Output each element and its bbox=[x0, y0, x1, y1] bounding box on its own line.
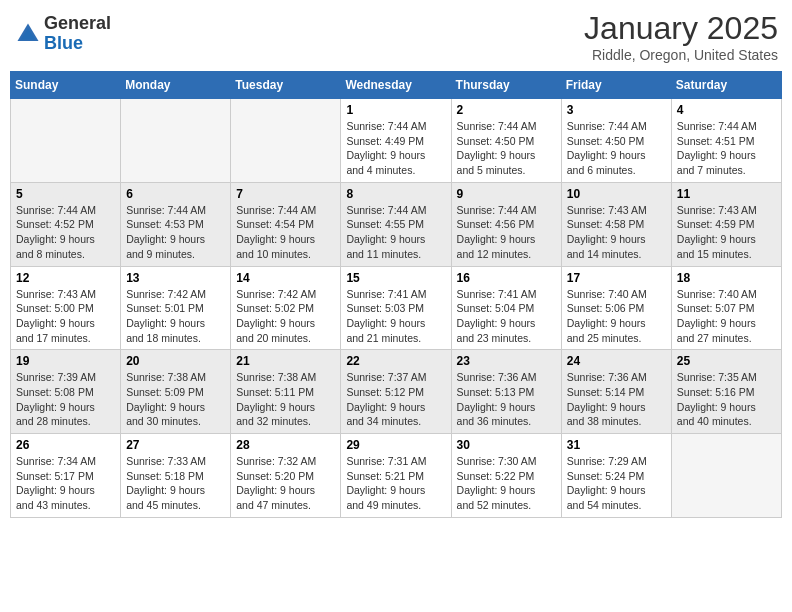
day-info: Sunrise: 7:37 AM Sunset: 5:12 PM Dayligh… bbox=[346, 370, 445, 429]
day-number: 2 bbox=[457, 103, 556, 117]
calendar-cell: 10Sunrise: 7:43 AM Sunset: 4:58 PM Dayli… bbox=[561, 182, 671, 266]
calendar-cell: 28Sunrise: 7:32 AM Sunset: 5:20 PM Dayli… bbox=[231, 434, 341, 518]
calendar-cell: 20Sunrise: 7:38 AM Sunset: 5:09 PM Dayli… bbox=[121, 350, 231, 434]
calendar-cell: 5Sunrise: 7:44 AM Sunset: 4:52 PM Daylig… bbox=[11, 182, 121, 266]
day-number: 5 bbox=[16, 187, 115, 201]
day-info: Sunrise: 7:34 AM Sunset: 5:17 PM Dayligh… bbox=[16, 454, 115, 513]
day-number: 28 bbox=[236, 438, 335, 452]
day-info: Sunrise: 7:38 AM Sunset: 5:11 PM Dayligh… bbox=[236, 370, 335, 429]
day-info: Sunrise: 7:44 AM Sunset: 4:51 PM Dayligh… bbox=[677, 119, 776, 178]
calendar-header-row: SundayMondayTuesdayWednesdayThursdayFrid… bbox=[11, 72, 782, 99]
day-number: 18 bbox=[677, 271, 776, 285]
header-saturday: Saturday bbox=[671, 72, 781, 99]
calendar-cell: 18Sunrise: 7:40 AM Sunset: 5:07 PM Dayli… bbox=[671, 266, 781, 350]
day-info: Sunrise: 7:40 AM Sunset: 5:07 PM Dayligh… bbox=[677, 287, 776, 346]
calendar-cell: 21Sunrise: 7:38 AM Sunset: 5:11 PM Dayli… bbox=[231, 350, 341, 434]
day-number: 20 bbox=[126, 354, 225, 368]
calendar-cell: 16Sunrise: 7:41 AM Sunset: 5:04 PM Dayli… bbox=[451, 266, 561, 350]
header-thursday: Thursday bbox=[451, 72, 561, 99]
calendar-cell bbox=[121, 99, 231, 183]
day-number: 23 bbox=[457, 354, 556, 368]
calendar-cell: 12Sunrise: 7:43 AM Sunset: 5:00 PM Dayli… bbox=[11, 266, 121, 350]
day-info: Sunrise: 7:32 AM Sunset: 5:20 PM Dayligh… bbox=[236, 454, 335, 513]
day-number: 21 bbox=[236, 354, 335, 368]
day-number: 26 bbox=[16, 438, 115, 452]
calendar-cell: 3Sunrise: 7:44 AM Sunset: 4:50 PM Daylig… bbox=[561, 99, 671, 183]
calendar-cell: 11Sunrise: 7:43 AM Sunset: 4:59 PM Dayli… bbox=[671, 182, 781, 266]
month-title: January 2025 bbox=[584, 10, 778, 47]
title-area: January 2025 Riddle, Oregon, United Stat… bbox=[584, 10, 778, 63]
day-number: 8 bbox=[346, 187, 445, 201]
day-info: Sunrise: 7:29 AM Sunset: 5:24 PM Dayligh… bbox=[567, 454, 666, 513]
day-info: Sunrise: 7:42 AM Sunset: 5:01 PM Dayligh… bbox=[126, 287, 225, 346]
day-info: Sunrise: 7:33 AM Sunset: 5:18 PM Dayligh… bbox=[126, 454, 225, 513]
day-number: 25 bbox=[677, 354, 776, 368]
day-info: Sunrise: 7:44 AM Sunset: 4:56 PM Dayligh… bbox=[457, 203, 556, 262]
day-info: Sunrise: 7:43 AM Sunset: 4:58 PM Dayligh… bbox=[567, 203, 666, 262]
calendar-cell: 25Sunrise: 7:35 AM Sunset: 5:16 PM Dayli… bbox=[671, 350, 781, 434]
day-number: 15 bbox=[346, 271, 445, 285]
day-number: 10 bbox=[567, 187, 666, 201]
calendar-cell: 2Sunrise: 7:44 AM Sunset: 4:50 PM Daylig… bbox=[451, 99, 561, 183]
day-info: Sunrise: 7:31 AM Sunset: 5:21 PM Dayligh… bbox=[346, 454, 445, 513]
day-info: Sunrise: 7:36 AM Sunset: 5:14 PM Dayligh… bbox=[567, 370, 666, 429]
day-info: Sunrise: 7:43 AM Sunset: 4:59 PM Dayligh… bbox=[677, 203, 776, 262]
calendar-cell bbox=[671, 434, 781, 518]
header-friday: Friday bbox=[561, 72, 671, 99]
calendar-cell: 22Sunrise: 7:37 AM Sunset: 5:12 PM Dayli… bbox=[341, 350, 451, 434]
day-info: Sunrise: 7:44 AM Sunset: 4:52 PM Dayligh… bbox=[16, 203, 115, 262]
day-info: Sunrise: 7:39 AM Sunset: 5:08 PM Dayligh… bbox=[16, 370, 115, 429]
day-info: Sunrise: 7:44 AM Sunset: 4:50 PM Dayligh… bbox=[567, 119, 666, 178]
day-number: 30 bbox=[457, 438, 556, 452]
calendar-week-row: 5Sunrise: 7:44 AM Sunset: 4:52 PM Daylig… bbox=[11, 182, 782, 266]
day-number: 12 bbox=[16, 271, 115, 285]
day-number: 31 bbox=[567, 438, 666, 452]
day-info: Sunrise: 7:43 AM Sunset: 5:00 PM Dayligh… bbox=[16, 287, 115, 346]
calendar-cell: 29Sunrise: 7:31 AM Sunset: 5:21 PM Dayli… bbox=[341, 434, 451, 518]
logo-icon bbox=[14, 20, 42, 48]
calendar-cell: 14Sunrise: 7:42 AM Sunset: 5:02 PM Dayli… bbox=[231, 266, 341, 350]
logo-blue-text: Blue bbox=[44, 33, 83, 53]
day-number: 13 bbox=[126, 271, 225, 285]
calendar-cell bbox=[231, 99, 341, 183]
day-info: Sunrise: 7:44 AM Sunset: 4:49 PM Dayligh… bbox=[346, 119, 445, 178]
day-info: Sunrise: 7:44 AM Sunset: 4:55 PM Dayligh… bbox=[346, 203, 445, 262]
day-info: Sunrise: 7:41 AM Sunset: 5:04 PM Dayligh… bbox=[457, 287, 556, 346]
calendar-cell: 31Sunrise: 7:29 AM Sunset: 5:24 PM Dayli… bbox=[561, 434, 671, 518]
calendar-cell: 6Sunrise: 7:44 AM Sunset: 4:53 PM Daylig… bbox=[121, 182, 231, 266]
calendar-cell: 4Sunrise: 7:44 AM Sunset: 4:51 PM Daylig… bbox=[671, 99, 781, 183]
header-sunday: Sunday bbox=[11, 72, 121, 99]
day-info: Sunrise: 7:41 AM Sunset: 5:03 PM Dayligh… bbox=[346, 287, 445, 346]
logo-general-text: General bbox=[44, 13, 111, 33]
calendar-cell: 13Sunrise: 7:42 AM Sunset: 5:01 PM Dayli… bbox=[121, 266, 231, 350]
calendar-cell: 27Sunrise: 7:33 AM Sunset: 5:18 PM Dayli… bbox=[121, 434, 231, 518]
calendar-cell: 9Sunrise: 7:44 AM Sunset: 4:56 PM Daylig… bbox=[451, 182, 561, 266]
calendar-cell: 30Sunrise: 7:30 AM Sunset: 5:22 PM Dayli… bbox=[451, 434, 561, 518]
day-info: Sunrise: 7:42 AM Sunset: 5:02 PM Dayligh… bbox=[236, 287, 335, 346]
day-number: 3 bbox=[567, 103, 666, 117]
header-monday: Monday bbox=[121, 72, 231, 99]
calendar-cell: 1Sunrise: 7:44 AM Sunset: 4:49 PM Daylig… bbox=[341, 99, 451, 183]
day-number: 9 bbox=[457, 187, 556, 201]
calendar-cell: 15Sunrise: 7:41 AM Sunset: 5:03 PM Dayli… bbox=[341, 266, 451, 350]
day-info: Sunrise: 7:44 AM Sunset: 4:53 PM Dayligh… bbox=[126, 203, 225, 262]
calendar-week-row: 26Sunrise: 7:34 AM Sunset: 5:17 PM Dayli… bbox=[11, 434, 782, 518]
location-text: Riddle, Oregon, United States bbox=[584, 47, 778, 63]
day-number: 17 bbox=[567, 271, 666, 285]
day-info: Sunrise: 7:36 AM Sunset: 5:13 PM Dayligh… bbox=[457, 370, 556, 429]
day-info: Sunrise: 7:35 AM Sunset: 5:16 PM Dayligh… bbox=[677, 370, 776, 429]
calendar-cell: 7Sunrise: 7:44 AM Sunset: 4:54 PM Daylig… bbox=[231, 182, 341, 266]
calendar-cell: 8Sunrise: 7:44 AM Sunset: 4:55 PM Daylig… bbox=[341, 182, 451, 266]
header-tuesday: Tuesday bbox=[231, 72, 341, 99]
day-number: 14 bbox=[236, 271, 335, 285]
calendar-cell: 17Sunrise: 7:40 AM Sunset: 5:06 PM Dayli… bbox=[561, 266, 671, 350]
logo: General Blue bbox=[14, 14, 111, 54]
day-info: Sunrise: 7:38 AM Sunset: 5:09 PM Dayligh… bbox=[126, 370, 225, 429]
calendar-cell: 19Sunrise: 7:39 AM Sunset: 5:08 PM Dayli… bbox=[11, 350, 121, 434]
calendar-week-row: 19Sunrise: 7:39 AM Sunset: 5:08 PM Dayli… bbox=[11, 350, 782, 434]
header-wednesday: Wednesday bbox=[341, 72, 451, 99]
day-info: Sunrise: 7:44 AM Sunset: 4:50 PM Dayligh… bbox=[457, 119, 556, 178]
page-header: General Blue January 2025 Riddle, Oregon… bbox=[10, 10, 782, 63]
day-info: Sunrise: 7:44 AM Sunset: 4:54 PM Dayligh… bbox=[236, 203, 335, 262]
calendar-cell: 26Sunrise: 7:34 AM Sunset: 5:17 PM Dayli… bbox=[11, 434, 121, 518]
